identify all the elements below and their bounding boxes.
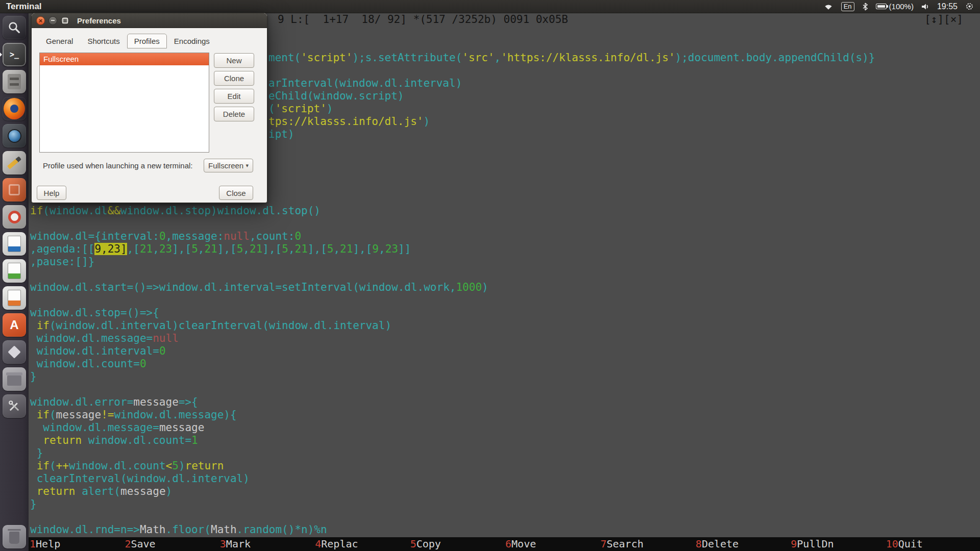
close-window-icon[interactable]: × bbox=[36, 16, 45, 25]
launcher-item-diamond-app[interactable] bbox=[3, 340, 26, 364]
delete-profile-button[interactable]: Delete bbox=[214, 107, 254, 121]
launcher-item-orange-app[interactable] bbox=[3, 178, 26, 202]
editor-window-controls: [↕][×] bbox=[924, 13, 963, 26]
code-line: if(window.dl&&window.dl.stop)window.dl.s… bbox=[30, 205, 321, 217]
profile-action-buttons: New Clone Edit Delete bbox=[214, 53, 254, 121]
code-line: ,pause:[]} bbox=[30, 256, 94, 268]
volume-icon[interactable] bbox=[921, 3, 929, 10]
code-line: ,agenda:[[9,23],[21,23],[5,21],[5,21],[5… bbox=[30, 243, 411, 256]
minimize-window-icon[interactable] bbox=[48, 16, 57, 25]
close-button[interactable]: Close bbox=[219, 186, 253, 200]
new-profile-button[interactable]: New bbox=[214, 53, 254, 68]
code-line: clearInterval(window.dl.interval) bbox=[30, 472, 250, 485]
keybar-item-move[interactable]: 6Move bbox=[504, 537, 599, 551]
code-line: } bbox=[30, 370, 37, 383]
keybar-item-delete[interactable]: 8Delete bbox=[695, 537, 790, 551]
launcher-item-files[interactable] bbox=[3, 70, 26, 93]
tab-profiles[interactable]: Profiles bbox=[127, 34, 167, 48]
clone-profile-button[interactable]: Clone bbox=[214, 71, 254, 86]
dialog-title: Preferences bbox=[77, 16, 121, 25]
code-line: ipt) bbox=[268, 128, 295, 141]
launcher-item-libreoffice-impress[interactable] bbox=[3, 286, 26, 310]
unity-launcher: >_A bbox=[0, 13, 29, 551]
code-line: window.dl.rnd=n=>Math.floor(Math.random(… bbox=[30, 523, 327, 536]
default-profile-dropdown[interactable]: Fullscreen ▾ bbox=[204, 159, 253, 172]
code-line: tps://klasss.info/dl.js') bbox=[268, 115, 430, 128]
dialog-tabs: GeneralShortcutsProfilesEncodings bbox=[39, 34, 217, 48]
code-line: return window.dl.count=1 bbox=[30, 434, 198, 447]
launcher-item-ubuntu-software[interactable]: A bbox=[3, 313, 26, 337]
keybar-item-search[interactable]: 7Search bbox=[599, 537, 694, 551]
bluetooth-icon[interactable] bbox=[862, 3, 868, 11]
profile-row[interactable]: Fullscreen bbox=[40, 53, 209, 65]
launcher-item-text-editor[interactable] bbox=[3, 151, 26, 174]
keybar-item-quit[interactable]: 10Quit bbox=[885, 537, 980, 551]
code-line: window.dl.message=message bbox=[30, 421, 204, 434]
system-tray: En (100%) 19:55 bbox=[823, 2, 980, 11]
code-line: if(++window.dl.count<5)return bbox=[30, 460, 224, 472]
battery-percent: (100%) bbox=[889, 2, 914, 11]
maximize-window-icon[interactable] bbox=[61, 16, 69, 25]
code-line: arInterval(window.dl.interval) bbox=[268, 77, 462, 90]
launcher-item-libreoffice-calc[interactable] bbox=[3, 259, 26, 283]
keybar-item-copy[interactable]: 5Copy bbox=[409, 537, 504, 551]
keybar-item-save[interactable]: 2Save bbox=[124, 537, 218, 551]
clock[interactable]: 19:55 bbox=[937, 2, 958, 11]
code-line: window.dl.error=message=>{ bbox=[30, 396, 198, 409]
code-line: window.dl.count=0 bbox=[30, 358, 146, 370]
running-indicator bbox=[0, 52, 2, 58]
code-line: } bbox=[30, 447, 43, 460]
editor-close-button[interactable]: [×] bbox=[944, 13, 963, 26]
code-line: if(window.dl.interval)clearInterval(wind… bbox=[30, 319, 391, 332]
code-line: return alert(message) bbox=[30, 485, 172, 498]
editor-maximize-button[interactable]: [↕] bbox=[924, 13, 944, 26]
launcher-item-system-tools[interactable] bbox=[3, 394, 26, 418]
keybar-item-help[interactable]: 1Help bbox=[29, 537, 124, 551]
tab-general[interactable]: General bbox=[39, 34, 80, 48]
code-line: if(message!=window.dl.message){ bbox=[30, 409, 237, 421]
launcher-item-dash-home[interactable] bbox=[3, 16, 26, 39]
default-profile-label: Profile used when launching a new termin… bbox=[43, 161, 193, 170]
code-line: window.dl.message=null bbox=[30, 332, 179, 345]
keybar: 1Help2Save3Mark4Replac5Copy6Move7Search8… bbox=[29, 537, 980, 551]
code-line: ('script') bbox=[268, 103, 333, 115]
keybar-item-replac[interactable]: 4Replac bbox=[314, 537, 409, 551]
keyboard-layout-indicator[interactable]: En bbox=[841, 2, 854, 11]
default-profile-value: Fullscreen bbox=[208, 161, 243, 170]
editor-status-line: 9 L:[ 1+17 18/ 92] *(517 /3252b) 0091 0x… bbox=[278, 13, 568, 26]
code-line: } bbox=[30, 498, 37, 511]
code-line: window.dl.interval=0 bbox=[30, 345, 166, 358]
preferences-dialog: × Preferences GeneralShortcutsProfilesEn… bbox=[31, 13, 267, 203]
keybar-item-pulldn[interactable]: 9PullDn bbox=[790, 537, 885, 551]
code-line: window.dl.start=()=>window.dl.interval=s… bbox=[30, 281, 488, 294]
network-icon[interactable] bbox=[823, 3, 834, 11]
launcher-item-libreoffice-writer[interactable] bbox=[3, 232, 26, 256]
launcher-item-firefox[interactable] bbox=[3, 97, 26, 120]
tab-encodings[interactable]: Encodings bbox=[167, 34, 217, 48]
help-button[interactable]: Help bbox=[37, 186, 66, 200]
launcher-item-archive-app[interactable] bbox=[3, 367, 26, 391]
dialog-bottom-row: Help Close bbox=[37, 186, 253, 200]
battery-indicator[interactable]: (100%) bbox=[876, 2, 914, 11]
code-line: ment('script');s.setAttribute('src','htt… bbox=[268, 52, 875, 64]
default-profile-row: Profile used when launching a new termin… bbox=[43, 158, 253, 172]
keybar-item-mark[interactable]: 3Mark bbox=[219, 537, 314, 551]
code-line: window.dl.stop=()=>{ bbox=[30, 307, 159, 319]
active-app-title: Terminal bbox=[6, 2, 42, 12]
launcher-item-camera-app[interactable] bbox=[3, 124, 26, 147]
chevron-down-icon: ▾ bbox=[246, 162, 249, 169]
launcher-item-trash[interactable] bbox=[3, 525, 26, 548]
tab-shortcuts[interactable]: Shortcuts bbox=[80, 34, 127, 48]
battery-icon bbox=[876, 4, 887, 9]
top-panel: Terminal En (100%) 19:55 bbox=[0, 0, 980, 13]
profiles-list: Fullscreen bbox=[39, 53, 209, 153]
session-menu-icon[interactable] bbox=[965, 2, 974, 11]
launcher-item-terminal[interactable]: >_ bbox=[3, 43, 26, 66]
launcher-item-media-app[interactable] bbox=[3, 205, 26, 229]
code-line: window.dl={interval:0,message:null,count… bbox=[30, 230, 301, 243]
dialog-titlebar[interactable]: × Preferences bbox=[32, 13, 267, 28]
code-line: eChild(window.script) bbox=[268, 90, 404, 103]
edit-profile-button[interactable]: Edit bbox=[214, 89, 254, 104]
